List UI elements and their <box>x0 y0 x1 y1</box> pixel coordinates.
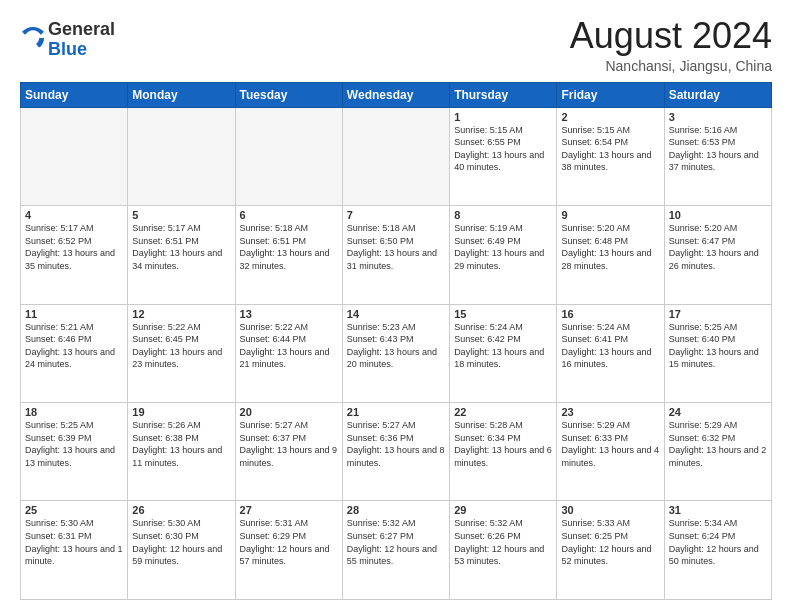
day-number: 23 <box>561 406 659 418</box>
day-number: 17 <box>669 308 767 320</box>
header-thursday: Thursday <box>450 82 557 107</box>
day-number: 16 <box>561 308 659 320</box>
day-detail: Sunrise: 5:25 AMSunset: 6:40 PMDaylight:… <box>669 321 767 371</box>
header-friday: Friday <box>557 82 664 107</box>
table-row: 11Sunrise: 5:21 AMSunset: 6:46 PMDayligh… <box>21 304 128 402</box>
day-number: 19 <box>132 406 230 418</box>
header-tuesday: Tuesday <box>235 82 342 107</box>
day-detail: Sunrise: 5:24 AMSunset: 6:42 PMDaylight:… <box>454 321 552 371</box>
day-detail: Sunrise: 5:28 AMSunset: 6:34 PMDaylight:… <box>454 419 552 469</box>
header-sunday: Sunday <box>21 82 128 107</box>
day-number: 25 <box>25 504 123 516</box>
day-detail: Sunrise: 5:32 AMSunset: 6:27 PMDaylight:… <box>347 517 445 567</box>
day-detail: Sunrise: 5:17 AMSunset: 6:51 PMDaylight:… <box>132 222 230 272</box>
day-number: 2 <box>561 111 659 123</box>
logo-icon <box>22 27 44 49</box>
calendar-table: Sunday Monday Tuesday Wednesday Thursday… <box>20 82 772 600</box>
day-detail: Sunrise: 5:24 AMSunset: 6:41 PMDaylight:… <box>561 321 659 371</box>
calendar-week-row: 18Sunrise: 5:25 AMSunset: 6:39 PMDayligh… <box>21 403 772 501</box>
day-detail: Sunrise: 5:20 AMSunset: 6:47 PMDaylight:… <box>669 222 767 272</box>
header-wednesday: Wednesday <box>342 82 449 107</box>
day-detail: Sunrise: 5:30 AMSunset: 6:30 PMDaylight:… <box>132 517 230 567</box>
day-number: 11 <box>25 308 123 320</box>
table-row: 8Sunrise: 5:19 AMSunset: 6:49 PMDaylight… <box>450 206 557 304</box>
table-row: 23Sunrise: 5:29 AMSunset: 6:33 PMDayligh… <box>557 403 664 501</box>
table-row: 2Sunrise: 5:15 AMSunset: 6:54 PMDaylight… <box>557 107 664 205</box>
table-row: 25Sunrise: 5:30 AMSunset: 6:31 PMDayligh… <box>21 501 128 600</box>
day-number: 30 <box>561 504 659 516</box>
table-row: 24Sunrise: 5:29 AMSunset: 6:32 PMDayligh… <box>664 403 771 501</box>
header: General Blue August 2024 Nanchansi, Jian… <box>20 16 772 74</box>
table-row <box>235 107 342 205</box>
table-row: 5Sunrise: 5:17 AMSunset: 6:51 PMDaylight… <box>128 206 235 304</box>
day-detail: Sunrise: 5:21 AMSunset: 6:46 PMDaylight:… <box>25 321 123 371</box>
day-number: 31 <box>669 504 767 516</box>
day-detail: Sunrise: 5:27 AMSunset: 6:37 PMDaylight:… <box>240 419 338 469</box>
day-number: 12 <box>132 308 230 320</box>
calendar-week-row: 25Sunrise: 5:30 AMSunset: 6:31 PMDayligh… <box>21 501 772 600</box>
day-number: 6 <box>240 209 338 221</box>
day-detail: Sunrise: 5:22 AMSunset: 6:44 PMDaylight:… <box>240 321 338 371</box>
day-number: 8 <box>454 209 552 221</box>
table-row: 7Sunrise: 5:18 AMSunset: 6:50 PMDaylight… <box>342 206 449 304</box>
table-row: 10Sunrise: 5:20 AMSunset: 6:47 PMDayligh… <box>664 206 771 304</box>
table-row: 4Sunrise: 5:17 AMSunset: 6:52 PMDaylight… <box>21 206 128 304</box>
table-row <box>342 107 449 205</box>
day-number: 13 <box>240 308 338 320</box>
day-number: 29 <box>454 504 552 516</box>
day-detail: Sunrise: 5:18 AMSunset: 6:50 PMDaylight:… <box>347 222 445 272</box>
table-row: 29Sunrise: 5:32 AMSunset: 6:26 PMDayligh… <box>450 501 557 600</box>
table-row: 6Sunrise: 5:18 AMSunset: 6:51 PMDaylight… <box>235 206 342 304</box>
table-row: 17Sunrise: 5:25 AMSunset: 6:40 PMDayligh… <box>664 304 771 402</box>
table-row: 31Sunrise: 5:34 AMSunset: 6:24 PMDayligh… <box>664 501 771 600</box>
weekday-header-row: Sunday Monday Tuesday Wednesday Thursday… <box>21 82 772 107</box>
day-number: 7 <box>347 209 445 221</box>
day-number: 10 <box>669 209 767 221</box>
page: General Blue August 2024 Nanchansi, Jian… <box>0 0 792 612</box>
table-row: 1Sunrise: 5:15 AMSunset: 6:55 PMDaylight… <box>450 107 557 205</box>
day-number: 4 <box>25 209 123 221</box>
logo: General Blue <box>20 20 115 60</box>
day-detail: Sunrise: 5:15 AMSunset: 6:54 PMDaylight:… <box>561 124 659 174</box>
table-row <box>21 107 128 205</box>
day-detail: Sunrise: 5:30 AMSunset: 6:31 PMDaylight:… <box>25 517 123 567</box>
day-detail: Sunrise: 5:25 AMSunset: 6:39 PMDaylight:… <box>25 419 123 469</box>
day-detail: Sunrise: 5:17 AMSunset: 6:52 PMDaylight:… <box>25 222 123 272</box>
table-row: 27Sunrise: 5:31 AMSunset: 6:29 PMDayligh… <box>235 501 342 600</box>
day-detail: Sunrise: 5:19 AMSunset: 6:49 PMDaylight:… <box>454 222 552 272</box>
day-detail: Sunrise: 5:29 AMSunset: 6:33 PMDaylight:… <box>561 419 659 469</box>
day-number: 5 <box>132 209 230 221</box>
day-number: 9 <box>561 209 659 221</box>
day-detail: Sunrise: 5:15 AMSunset: 6:55 PMDaylight:… <box>454 124 552 174</box>
table-row: 30Sunrise: 5:33 AMSunset: 6:25 PMDayligh… <box>557 501 664 600</box>
table-row: 26Sunrise: 5:30 AMSunset: 6:30 PMDayligh… <box>128 501 235 600</box>
logo-general-text: General <box>48 19 115 39</box>
header-saturday: Saturday <box>664 82 771 107</box>
calendar-week-row: 1Sunrise: 5:15 AMSunset: 6:55 PMDaylight… <box>21 107 772 205</box>
day-number: 26 <box>132 504 230 516</box>
day-detail: Sunrise: 5:32 AMSunset: 6:26 PMDaylight:… <box>454 517 552 567</box>
day-number: 18 <box>25 406 123 418</box>
day-detail: Sunrise: 5:27 AMSunset: 6:36 PMDaylight:… <box>347 419 445 469</box>
table-row: 12Sunrise: 5:22 AMSunset: 6:45 PMDayligh… <box>128 304 235 402</box>
day-number: 14 <box>347 308 445 320</box>
day-detail: Sunrise: 5:34 AMSunset: 6:24 PMDaylight:… <box>669 517 767 567</box>
day-detail: Sunrise: 5:33 AMSunset: 6:25 PMDaylight:… <box>561 517 659 567</box>
day-detail: Sunrise: 5:26 AMSunset: 6:38 PMDaylight:… <box>132 419 230 469</box>
day-detail: Sunrise: 5:22 AMSunset: 6:45 PMDaylight:… <box>132 321 230 371</box>
day-number: 27 <box>240 504 338 516</box>
day-number: 28 <box>347 504 445 516</box>
table-row: 9Sunrise: 5:20 AMSunset: 6:48 PMDaylight… <box>557 206 664 304</box>
day-number: 15 <box>454 308 552 320</box>
month-year: August 2024 <box>570 16 772 56</box>
table-row: 18Sunrise: 5:25 AMSunset: 6:39 PMDayligh… <box>21 403 128 501</box>
day-number: 20 <box>240 406 338 418</box>
header-monday: Monday <box>128 82 235 107</box>
location: Nanchansi, Jiangsu, China <box>570 58 772 74</box>
table-row: 22Sunrise: 5:28 AMSunset: 6:34 PMDayligh… <box>450 403 557 501</box>
table-row <box>128 107 235 205</box>
day-number: 22 <box>454 406 552 418</box>
day-detail: Sunrise: 5:16 AMSunset: 6:53 PMDaylight:… <box>669 124 767 174</box>
table-row: 21Sunrise: 5:27 AMSunset: 6:36 PMDayligh… <box>342 403 449 501</box>
day-detail: Sunrise: 5:20 AMSunset: 6:48 PMDaylight:… <box>561 222 659 272</box>
